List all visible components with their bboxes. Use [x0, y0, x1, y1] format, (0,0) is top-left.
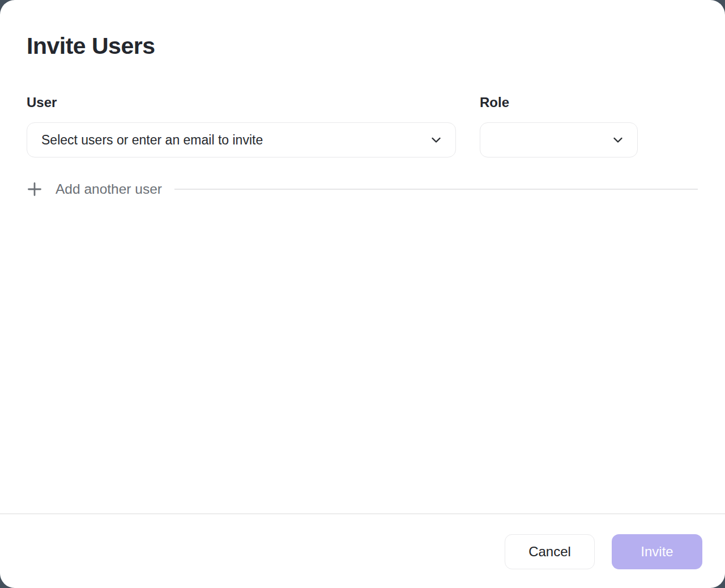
cancel-button[interactable]: Cancel [505, 534, 595, 569]
invite-button[interactable]: Invite [612, 534, 702, 569]
user-select[interactable]: Select users or enter an email to invite [27, 122, 456, 157]
role-label: Role [480, 95, 638, 110]
add-another-user-row: Add another user [27, 181, 698, 197]
invite-users-modal: Invite Users User Select users or enter … [0, 0, 725, 588]
user-label: User [27, 95, 456, 110]
modal-footer: Cancel Invite [0, 513, 725, 588]
role-select[interactable] [480, 122, 638, 157]
modal-body: Invite Users User Select users or enter … [0, 0, 725, 513]
add-another-user-label: Add another user [56, 181, 162, 197]
chevron-down-icon [612, 134, 624, 146]
user-field: User Select users or enter an email to i… [27, 95, 456, 157]
add-another-user-button[interactable]: Add another user [27, 181, 162, 197]
user-select-placeholder: Select users or enter an email to invite [41, 133, 263, 148]
plus-icon [27, 181, 42, 197]
invite-form-row: User Select users or enter an email to i… [27, 95, 698, 157]
horizontal-divider [174, 189, 698, 190]
chevron-down-icon [430, 134, 442, 146]
role-field: Role [480, 95, 638, 157]
modal-title: Invite Users [27, 32, 698, 59]
